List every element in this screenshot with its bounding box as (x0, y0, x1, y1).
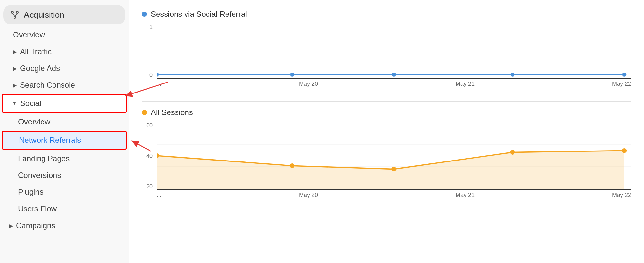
sidebar-item-overview[interactable]: Overview (0, 26, 129, 43)
chart1-y-0: 0 (149, 72, 153, 79)
chart2-x-labels: ... May 20 May 21 May 22 (157, 190, 631, 200)
chart-all-sessions: All Sessions 60 40 20 (142, 108, 631, 200)
chart2-x-may21: May 21 (456, 192, 475, 199)
sidebar-search-console-label: Search Console (20, 81, 75, 90)
chart2-header: All Sessions (142, 108, 631, 117)
svg-point-22 (622, 148, 627, 153)
sidebar-plugins-label: Plugins (18, 188, 43, 197)
chevron-right-icon: ▶ (13, 49, 17, 55)
chart1-container: 1 0 (142, 24, 631, 88)
chart2-dot (142, 110, 147, 115)
sidebar-item-conversions[interactable]: Conversions (0, 167, 129, 184)
svg-point-2 (14, 16, 15, 18)
sidebar-item-all-traffic[interactable]: ▶ All Traffic (0, 43, 129, 60)
chart2-x-may22: May 22 (612, 192, 631, 199)
sidebar-landing-pages-label: Landing Pages (18, 154, 70, 163)
chart2-y-20: 20 (146, 183, 153, 190)
sidebar-users-flow-label: Users Flow (18, 204, 57, 213)
main-content: Sessions via Social Referral 1 0 (129, 0, 644, 263)
svg-point-0 (11, 11, 13, 13)
svg-line-4 (15, 13, 17, 17)
chevron-right-icon: ▶ (9, 223, 13, 229)
svg-point-20 (391, 167, 396, 171)
chart2-area (157, 122, 631, 190)
svg-point-21 (510, 150, 515, 155)
svg-marker-17 (157, 151, 624, 189)
sidebar-all-traffic-label: All Traffic (20, 47, 52, 56)
chevron-right-icon: ▶ (13, 65, 17, 72)
sidebar-social-overview-label: Overview (18, 117, 50, 126)
sidebar-item-landing-pages[interactable]: Landing Pages (0, 150, 129, 167)
sidebar: Acquisition Overview ▶ All Traffic ▶ Goo… (0, 0, 129, 263)
chart1-x-may20: May 20 (299, 81, 318, 87)
svg-point-8 (157, 73, 159, 77)
sidebar-campaigns-label: Campaigns (16, 221, 55, 230)
svg-line-3 (12, 13, 15, 17)
sidebar-item-google-ads[interactable]: ▶ Google Ads (0, 60, 129, 77)
chart2-title: All Sessions (151, 108, 193, 117)
svg-point-11 (510, 73, 514, 77)
chart1-area (157, 24, 631, 79)
chevron-down-icon: ▼ (12, 101, 17, 106)
sidebar-item-social[interactable]: ▼ Social (2, 94, 127, 113)
sidebar-google-ads-label: Google Ads (20, 64, 60, 73)
chart1-header: Sessions via Social Referral (142, 10, 631, 19)
svg-point-1 (16, 11, 18, 13)
chart-divider (142, 101, 631, 102)
sidebar-item-plugins[interactable]: Plugins (0, 184, 129, 200)
chart1-y-labels: 1 0 (142, 24, 155, 79)
chart1-x-may22: May 22 (612, 81, 631, 87)
chart1-title: Sessions via Social Referral (151, 10, 247, 19)
chart2-x-may20: May 20 (299, 192, 318, 199)
chart2-y-labels: 60 40 20 (142, 122, 155, 190)
sidebar-conversions-label: Conversions (18, 171, 61, 180)
acquisition-label: Acquisition (24, 10, 64, 20)
chart2-y-60: 60 (146, 122, 153, 129)
chart2-svg (157, 122, 631, 189)
sidebar-overview-label: Overview (13, 30, 45, 39)
sidebar-network-referrals-label: Network Referrals (19, 136, 81, 145)
sidebar-acquisition[interactable]: Acquisition (3, 5, 125, 24)
chart1-dot (142, 12, 147, 17)
chart1-x-labels: ... May 20 May 21 May 22 (157, 79, 631, 88)
sidebar-social-label: Social (20, 99, 41, 108)
chart2-x-dots: ... (157, 192, 161, 199)
sidebar-item-network-referrals[interactable]: Network Referrals (2, 131, 127, 150)
sidebar-item-users-flow[interactable]: Users Flow (0, 200, 129, 217)
chart1-y-1: 1 (149, 24, 153, 31)
svg-point-12 (622, 73, 627, 77)
chart2-y-40: 40 (146, 153, 153, 160)
chart1-x-dots: ... (157, 81, 161, 87)
svg-point-9 (290, 73, 294, 77)
acquisition-icon (10, 10, 20, 20)
sidebar-item-search-console[interactable]: ▶ Search Console (0, 77, 129, 93)
chart2-container: 60 40 20 (142, 122, 631, 200)
chart1-svg (157, 24, 631, 78)
chart1-x-may21: May 21 (456, 81, 475, 87)
sidebar-item-social-overview[interactable]: Overview (0, 113, 129, 130)
svg-point-10 (392, 73, 396, 77)
chart-social-referral: Sessions via Social Referral 1 0 (142, 10, 631, 88)
sidebar-item-campaigns[interactable]: ▶ Campaigns (0, 217, 129, 234)
chevron-right-icon: ▶ (13, 82, 17, 88)
svg-point-19 (290, 163, 294, 168)
